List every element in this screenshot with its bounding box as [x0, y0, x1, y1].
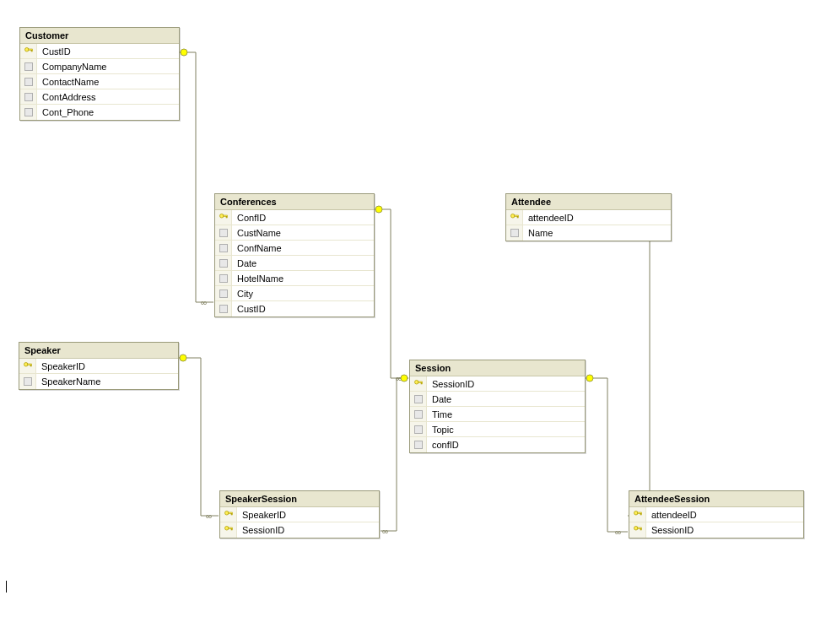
column-indicator [410, 437, 427, 452]
pk-indicator [220, 522, 237, 538]
table-body: attendeeIDSessionID [629, 507, 803, 538]
svg-rect-20 [30, 365, 32, 366]
column-name: HotelName [232, 273, 374, 284]
column-name: SessionID [427, 379, 585, 389]
column-row[interactable]: Name [506, 225, 671, 241]
primary-key-icon [510, 213, 520, 223]
table-conferences[interactable]: Conferences ConfIDCustNameConfNameDateHo… [214, 193, 375, 317]
column-row[interactable]: Topic [410, 422, 585, 437]
column-name: Cont_Phone [37, 107, 179, 117]
column-name: ConfName [232, 243, 374, 253]
svg-point-6 [401, 375, 408, 382]
column-indicator [215, 301, 232, 317]
column-name: SpeakerID [237, 510, 379, 520]
svg-text:∞: ∞ [396, 374, 402, 383]
column-name: Time [427, 409, 585, 419]
column-row[interactable]: SessionID [629, 522, 803, 538]
primary-key-icon [633, 525, 643, 535]
column-row[interactable]: attendeeID [629, 507, 803, 522]
column-name: CompanyName [37, 62, 179, 72]
table-body: SpeakerIDSessionID [220, 507, 379, 538]
primary-key-icon [219, 213, 229, 223]
svg-rect-29 [231, 513, 233, 515]
pk-indicator [410, 376, 427, 391]
table-header: Speaker [19, 343, 178, 359]
column-row[interactable]: Cont_Phone [20, 105, 179, 120]
svg-point-8 [586, 375, 593, 382]
primary-key-icon [23, 361, 33, 371]
column-name: attendeeID [523, 213, 671, 223]
column-indicator [20, 89, 37, 104]
table-attendeesession[interactable]: AttendeeSession attendeeIDSessionID [629, 490, 804, 538]
text-cursor [6, 581, 7, 593]
column-row[interactable]: Date [215, 256, 374, 271]
table-speaker[interactable]: Speaker SpeakerIDSpeakerName [19, 342, 179, 390]
svg-text:∞: ∞ [206, 511, 212, 521]
svg-text:∞: ∞ [615, 528, 621, 537]
table-session[interactable]: Session SessionIDDateTimeTopicconfID [409, 360, 586, 453]
column-indicator [410, 422, 427, 436]
svg-rect-35 [640, 513, 642, 515]
column-indicator [19, 374, 36, 389]
column-name: Date [427, 394, 585, 404]
svg-rect-14 [31, 50, 33, 51]
column-indicator [215, 271, 232, 285]
svg-point-0 [181, 49, 187, 56]
table-speakersession[interactable]: SpeakerSession SpeakerIDSessionID [219, 490, 380, 538]
column-row[interactable]: ConfName [215, 241, 374, 256]
column-row[interactable]: Time [410, 407, 585, 422]
column-indicator [410, 407, 427, 421]
column-row[interactable]: CustID [20, 44, 179, 59]
svg-rect-38 [640, 529, 642, 531]
pk-indicator [629, 522, 646, 538]
pk-indicator [220, 507, 237, 522]
column-row[interactable]: confID [410, 437, 585, 452]
column-indicator [215, 256, 232, 270]
svg-point-2 [375, 206, 382, 213]
svg-point-4 [180, 354, 186, 361]
erd-canvas: ∞ ∞ ∞ ∞ ∞ ∞ Customer CustIDCompanyNameCo… [0, 0, 826, 644]
column-row[interactable]: CompanyName [20, 59, 179, 74]
svg-rect-23 [421, 382, 423, 384]
column-name: ContAddress [37, 92, 179, 102]
column-indicator [20, 59, 37, 73]
pk-indicator [215, 210, 232, 225]
primary-key-icon [413, 379, 424, 389]
table-customer[interactable]: Customer CustIDCompanyNameContactNameCon… [19, 27, 180, 121]
pk-indicator [20, 44, 37, 58]
column-name: CustID [37, 46, 179, 57]
table-header: Attendee [506, 194, 671, 210]
table-body: ConfIDCustNameConfNameDateHotelNameCityC… [215, 210, 374, 317]
column-row[interactable]: SpeakerName [19, 374, 178, 389]
column-row[interactable]: SessionID [410, 376, 585, 392]
column-row[interactable]: SpeakerID [220, 507, 379, 522]
primary-key-icon [633, 510, 643, 520]
column-indicator [20, 74, 37, 89]
column-row[interactable]: SessionID [220, 522, 379, 538]
column-indicator [20, 105, 37, 120]
column-row[interactable]: attendeeID [506, 210, 671, 225]
svg-rect-32 [231, 529, 233, 531]
column-row[interactable]: Date [410, 392, 585, 407]
column-row[interactable]: SpeakerID [19, 359, 178, 374]
column-row[interactable]: City [215, 286, 374, 301]
column-name: attendeeID [646, 510, 803, 520]
column-indicator [215, 241, 232, 255]
column-row[interactable]: ContAddress [20, 89, 179, 105]
table-header: Session [410, 360, 585, 376]
column-name: ConfID [232, 213, 374, 223]
primary-key-icon [224, 510, 234, 520]
column-name: confID [427, 440, 585, 450]
column-row[interactable]: CustID [215, 301, 374, 317]
column-name: City [232, 289, 374, 299]
column-row[interactable]: ConfID [215, 210, 374, 225]
column-row[interactable]: CustName [215, 225, 374, 241]
column-row[interactable]: HotelName [215, 271, 374, 286]
column-indicator [215, 286, 232, 300]
svg-text:∞: ∞ [201, 298, 207, 307]
svg-rect-26 [517, 216, 519, 218]
svg-rect-17 [226, 216, 228, 218]
table-attendee[interactable]: Attendee attendeeIDName [505, 193, 672, 241]
column-name: SessionID [646, 525, 803, 535]
column-row[interactable]: ContactName [20, 74, 179, 89]
